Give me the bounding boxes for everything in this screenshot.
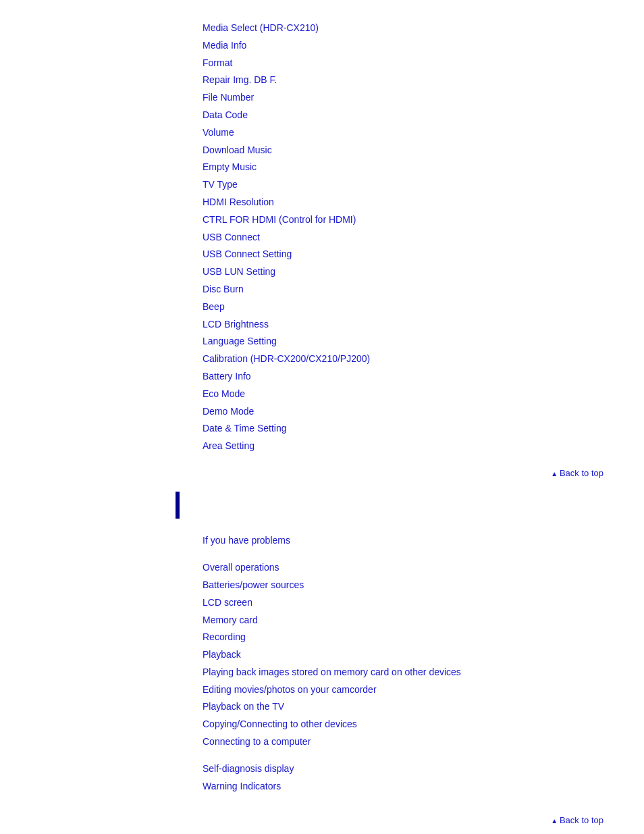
link-item[interactable]: TV Type xyxy=(203,177,630,193)
section-2: If you have problems Overall operationsB… xyxy=(189,529,644,809)
group-title-if-problems[interactable]: If you have problems xyxy=(203,532,630,549)
section-1: Media Select (HDR-CX210)Media InfoFormat… xyxy=(189,14,644,461)
link-item[interactable]: Batteries/power sources xyxy=(203,577,630,594)
back-to-top-row-2: Back to top xyxy=(0,815,644,825)
page-container: Media Select (HDR-CX210)Media InfoFormat… xyxy=(0,0,644,834)
link-item[interactable]: Empty Music xyxy=(203,159,630,176)
link-item[interactable]: Language Setting xyxy=(203,334,630,350)
link-item[interactable]: Memory card xyxy=(203,613,630,629)
link-item[interactable]: Recording xyxy=(203,629,630,646)
link-item[interactable]: Playback xyxy=(203,647,630,663)
link-item[interactable]: Format xyxy=(203,55,630,72)
link-item[interactable]: Volume xyxy=(203,125,630,141)
group-2-1: If you have problems xyxy=(203,532,630,549)
link-item[interactable]: HDMI Resolution xyxy=(203,194,630,211)
link-item[interactable]: USB Connect xyxy=(203,230,630,246)
link-list-2: Overall operationsBatteries/power source… xyxy=(203,560,630,750)
link-item[interactable]: Overall operations xyxy=(203,560,630,576)
back-to-top-link-2[interactable]: Back to top xyxy=(551,815,603,825)
link-item[interactable]: Download Music xyxy=(203,142,630,159)
link-item[interactable]: Disc Burn xyxy=(203,282,630,298)
back-to-top-link-1[interactable]: Back to top xyxy=(551,468,603,478)
link-item[interactable]: Playback on the TV xyxy=(203,699,630,715)
link-item[interactable]: Warning Indicators xyxy=(203,779,630,795)
link-item[interactable]: CTRL FOR HDMI (Control for HDMI) xyxy=(203,212,630,228)
link-item[interactable]: Copying/Connecting to other devices xyxy=(203,716,630,733)
link-item[interactable]: Demo Mode xyxy=(203,404,630,420)
link-item[interactable]: File Number xyxy=(203,90,630,106)
link-item[interactable]: Media Select (HDR-CX210) xyxy=(203,20,630,36)
link-list-3: Self-diagnosis displayWarning Indicators xyxy=(203,761,630,795)
section-divider-1 xyxy=(176,492,644,519)
link-item[interactable]: USB Connect Setting xyxy=(203,246,630,263)
link-item[interactable]: Editing movies/photos on your camcorder xyxy=(203,682,630,698)
link-item[interactable]: Repair Img. DB F. xyxy=(203,72,630,88)
blue-bar-1 xyxy=(176,492,180,519)
link-list-1: Media Select (HDR-CX210)Media InfoFormat… xyxy=(203,20,630,454)
link-item[interactable]: Connecting to a computer xyxy=(203,734,630,750)
link-item[interactable]: USB LUN Setting xyxy=(203,264,630,280)
link-item[interactable]: Area Setting xyxy=(203,438,630,454)
link-item[interactable]: Playing back images stored on memory car… xyxy=(203,664,630,681)
link-item[interactable]: Data Code xyxy=(203,107,630,124)
link-item[interactable]: Calibration (HDR-CX200/CX210/PJ200) xyxy=(203,351,630,367)
link-item[interactable]: Battery Info xyxy=(203,369,630,385)
link-item[interactable]: Date & Time Setting xyxy=(203,421,630,437)
link-item[interactable]: Beep xyxy=(203,299,630,315)
back-to-top-row-1: Back to top xyxy=(0,468,644,478)
link-item[interactable]: Eco Mode xyxy=(203,386,630,402)
group-2-3: Self-diagnosis displayWarning Indicators xyxy=(203,761,630,795)
link-item[interactable]: LCD screen xyxy=(203,595,630,611)
link-item[interactable]: Self-diagnosis display xyxy=(203,761,630,777)
link-item[interactable]: LCD Brightness xyxy=(203,317,630,333)
link-item[interactable]: Media Info xyxy=(203,38,630,54)
group-2-2: Overall operationsBatteries/power source… xyxy=(203,560,630,750)
